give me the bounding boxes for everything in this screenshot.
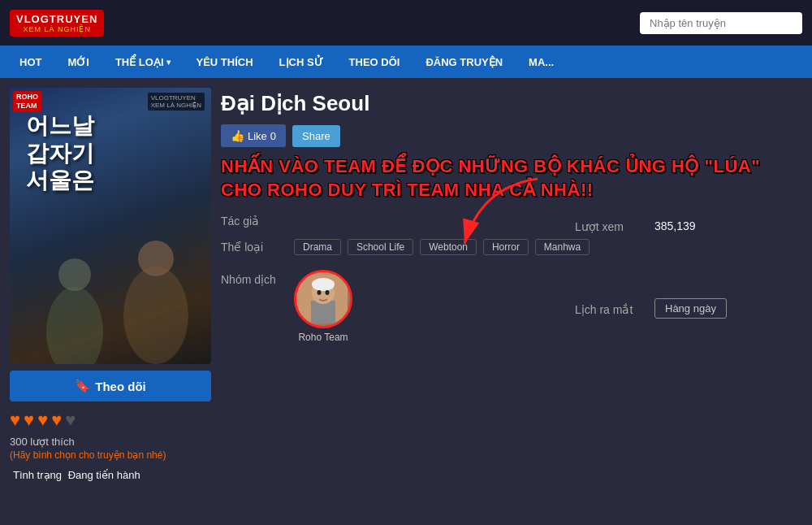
svg-point-0	[123, 267, 188, 364]
nav-item-the-loai[interactable]: THỂ LOẠI ▾	[102, 46, 184, 78]
lich-ra-mat-col: Lịch ra mắt Hàng ngày	[575, 267, 802, 349]
luot-xem-col: Lượt xem 385,139	[575, 213, 802, 239]
nav-item-more[interactable]: MA...	[516, 46, 567, 78]
nhom-dich-col: Nhóm dịch	[221, 267, 575, 349]
avatar-illustration	[299, 275, 348, 323]
svg-point-8	[312, 278, 335, 291]
svg-point-2	[138, 241, 174, 276]
svg-point-9	[317, 290, 322, 295]
nhom-dich-lich-row: Nhóm dịch	[221, 267, 802, 349]
svg-point-3	[58, 258, 91, 291]
tag-school-life[interactable]: School Life	[348, 239, 413, 255]
heart-5[interactable]: ♥	[65, 410, 76, 431]
follow-button[interactable]: 🔖 Theo dõi	[10, 371, 211, 401]
bookmark-icon: 🔖	[75, 379, 90, 393]
lich-ra-mat-button[interactable]: Hàng ngày	[654, 298, 727, 319]
heart-4[interactable]: ♥	[51, 410, 62, 431]
heart-2[interactable]: ♥	[24, 410, 34, 431]
right-panel: Đại Dịch Seoul 👍 Like 0 Share NHẤN VÀO T…	[221, 88, 802, 515]
cover-illustration	[10, 88, 211, 364]
svg-point-10	[326, 290, 330, 295]
main-content: ROHO TEAM VLOGTRUYENXEM LÀ NGHIỆN 어느날갑자기…	[0, 78, 812, 525]
manga-title: Đại Dịch Seoul	[221, 91, 802, 116]
hearts-rating: ♥ ♥ ♥ ♥ ♥	[10, 410, 211, 431]
translator-name[interactable]: Roho Team	[298, 332, 348, 343]
nhom-dich-row: Nhóm dịch	[221, 267, 575, 343]
left-panel: ROHO TEAM VLOGTRUYENXEM LÀ NGHIỆN 어느날갑자기…	[10, 88, 211, 515]
thumb-up-icon: 👍	[231, 129, 244, 142]
cover-image: ROHO TEAM VLOGTRUYENXEM LÀ NGHIỆN 어느날갑자기…	[10, 88, 211, 364]
header: VLOGTRUYEN XEM LÀ NGHIỆN	[0, 0, 812, 46]
search-input[interactable]	[640, 12, 802, 34]
nav-item-yeu-thich[interactable]: YÊU THÍCH	[184, 46, 266, 78]
logo-bottom: XEM LÀ NGHIỆN	[23, 25, 91, 33]
action-row: 👍 Like 0 Share	[221, 124, 802, 147]
site-logo[interactable]: VLOGTRUYEN XEM LÀ NGHIỆN	[10, 10, 104, 37]
nav-item-theo-doi[interactable]: THEO DÕI	[336, 46, 413, 78]
status-row: Tình trạng Đang tiến hành	[10, 469, 211, 481]
nav-item-lich-su[interactable]: LỊCH SỬ	[266, 46, 336, 78]
like-button[interactable]: 👍 Like 0	[221, 124, 286, 147]
nav-item-moi[interactable]: MỚI	[54, 46, 102, 78]
heart-3[interactable]: ♥	[37, 410, 48, 431]
nav-bar: HOT MỚI THỂ LOẠI ▾ YÊU THÍCH LỊCH SỬ THE…	[0, 46, 812, 78]
cover-image-inner: ROHO TEAM VLOGTRUYENXEM LÀ NGHIỆN 어느날갑자기…	[10, 88, 211, 364]
chevron-down-icon: ▾	[166, 58, 171, 67]
likes-note: (Hãy bình chọn cho truyện bạn nhé)	[10, 449, 211, 461]
svg-point-1	[46, 287, 103, 364]
share-button[interactable]: Share	[292, 125, 340, 147]
tag-drama[interactable]: Drama	[294, 239, 341, 255]
svg-rect-6	[311, 301, 335, 323]
translator-container: Roho Team	[294, 270, 352, 343]
likes-count: 300 lượt thích	[10, 436, 211, 448]
nav-item-hot[interactable]: HOT	[6, 46, 54, 78]
heart-1[interactable]: ♥	[10, 410, 20, 431]
translator-avatar[interactable]	[294, 270, 352, 328]
arrow-svg	[416, 171, 578, 268]
nav-item-dang-truyen[interactable]: ĐĂNG TRUYỆN	[412, 46, 516, 78]
logo-top: VLOGTRUYEN	[16, 13, 97, 25]
translator-avatar-inner	[299, 275, 348, 323]
